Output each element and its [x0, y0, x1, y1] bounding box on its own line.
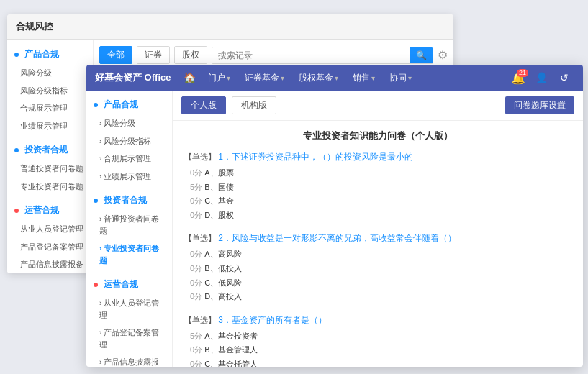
arrow-staff: › [99, 299, 101, 307]
front-sidebar-product-register[interactable]: › 产品登记备案管理 [86, 324, 172, 353]
settings-icon[interactable]: ⚙ [438, 48, 448, 62]
nav-portal[interactable]: 门户 ▾ [202, 65, 236, 91]
back-window-header: 合规风控 [7, 14, 453, 40]
equity-chevron: ▾ [335, 74, 338, 82]
sidebar-item-pro-investor[interactable]: 专业投资者问卷题 [7, 178, 93, 196]
sidebar-title-product[interactable]: 产品合规 [7, 45, 93, 64]
front-toolbar: 个人版 机构版 问卷题库设置 [173, 91, 583, 121]
question-1: 【单选】 1．下述证券投资品种中，（）的投资风险是最小的 0分 A、股票 5分 … [184, 151, 571, 222]
front-sidebar-pro-investor[interactable]: › 专业投资者问卷题 [86, 240, 172, 269]
sidebar-item-product-disclosure[interactable]: 产品信息披露报备 [7, 255, 93, 273]
back-window-title: 合规风控 [16, 20, 53, 33]
investor-icon [14, 148, 19, 152]
user-icon[interactable]: 👤 [531, 68, 551, 88]
front-sidebar-compliance-show[interactable]: › 合规展示管理 [86, 150, 172, 168]
back-toolbar: 全部 证券 股权 🔍 ⚙ [99, 46, 448, 64]
arrow-risk-idx: › [99, 137, 101, 145]
arrow-prod-disc: › [99, 358, 101, 366]
sidebar-item-compliance-show[interactable]: 合规展示管理 [7, 99, 93, 117]
refresh-icon[interactable]: ↺ [554, 68, 574, 88]
sidebar-item-product-register[interactable]: 产品登记备案管理 [7, 238, 93, 256]
question-3: 【单选】 3．基金资产的所有者是（） 5分 A、基金投资者 0分 B、基金管理人… [184, 314, 571, 367]
sidebar-title-investor[interactable]: 投资者合规 [7, 140, 93, 160]
q1-opt-b: 5分 B、国债 [184, 181, 571, 195]
front-sidebar-title-product[interactable]: 产品合规 [86, 95, 172, 114]
q2-opt-b: 0分 B、低投入 [184, 262, 571, 276]
front-content: 专业投资者知识能力问卷（个人版） 【单选】 1．下述证券投资品种中，（）的投资风… [173, 121, 583, 367]
front-sidebar-general-investor[interactable]: › 普通投资者问卷题 [86, 210, 172, 240]
front-sidebar-staff-mgmt[interactable]: › 从业人员登记管理 [86, 294, 172, 324]
sidebar-item-staff-mgmt[interactable]: 从业人员登记管理 [7, 220, 93, 238]
product-icon [14, 53, 19, 57]
front-sidebar-title-operation[interactable]: 运营合规 [86, 275, 172, 294]
portal-chevron: ▾ [227, 74, 230, 82]
q1-opt-d: 0分 D、股权 [184, 209, 571, 223]
sidebar-section-operation: 运营合规 从业人员登记管理 产品登记备案管理 产品信息披露报备 [7, 196, 93, 273]
front-sidebar-perf-show[interactable]: › 业绩展示管理 [86, 168, 172, 186]
front-layout: 产品合规 › 风险分级 › 风险分级指标 › 合规展示管理 › 业绩展示管理 [86, 91, 583, 367]
q3-opt-c: 0分 C、基金托管人 [184, 357, 571, 367]
tab-all[interactable]: 全部 [99, 46, 132, 64]
front-investor-dot [94, 199, 98, 203]
nav-equity[interactable]: 股权基金 ▾ [293, 65, 344, 91]
notification-badge[interactable]: 🔔 21 [508, 68, 528, 88]
front-sidebar-risk[interactable]: › 风险分级 [86, 114, 172, 132]
sidebar-item-general-investor[interactable]: 普通投资者问卷题 [7, 160, 93, 178]
q2-opt-d: 0分 D、高投入 [184, 290, 571, 304]
securities-chevron: ▾ [281, 74, 284, 82]
arrow-comp: › [99, 155, 101, 163]
question-3-stem[interactable]: 【单选】 3．基金资产的所有者是（） [184, 314, 571, 327]
sidebar-item-perf-show[interactable]: 业绩展示管理 [7, 117, 93, 135]
front-operation-dot [94, 283, 98, 287]
arrow-gen-inv: › [99, 215, 101, 223]
front-sidebar-section-product: 产品合规 › 风险分级 › 风险分级指标 › 合规展示管理 › 业绩展示管理 [86, 91, 172, 186]
org-config-button[interactable]: 问卷题库设置 [505, 96, 574, 114]
q1-opt-a: 0分 A、股票 [184, 166, 571, 181]
question-1-stem[interactable]: 【单选】 1．下述证券投资品种中，（）的投资风险是最小的 [184, 151, 571, 163]
badge-count: 21 [517, 69, 528, 77]
sidebar-section-investor: 投资者合规 普通投资者问卷题 专业投资者问卷题 [7, 136, 93, 196]
question-2: 【单选】 2．风险与收益是一对形影不离的兄弟，高收益常会伴随着（） 0分 A、高… [184, 232, 571, 304]
question-2-stem[interactable]: 【单选】 2．风险与收益是一对形影不离的兄弟，高收益常会伴随着（） [184, 232, 571, 245]
arrow-perf: › [99, 173, 101, 181]
tab-personal[interactable]: 个人版 [181, 96, 226, 114]
arrow-pro-inv: › [99, 245, 101, 252]
arrow-risk: › [99, 119, 101, 127]
nav-sales[interactable]: 销售 ▾ [347, 65, 381, 91]
q1-type: 【单选】 [184, 152, 216, 161]
search-button[interactable]: 🔍 [410, 47, 433, 63]
front-main: 个人版 机构版 问卷题库设置 专业投资者知识能力问卷（个人版） 【单选】 1．下… [173, 91, 583, 367]
nav-logo: 好基会资产 Office [95, 71, 171, 84]
tab-institutional[interactable]: 机构版 [232, 96, 276, 114]
operation-icon [14, 209, 19, 213]
sales-chevron: ▾ [371, 74, 375, 82]
sidebar-item-risk-index[interactable]: 风险分级指标 [7, 82, 93, 100]
collab-chevron: ▾ [408, 74, 412, 82]
sidebar-item-risk-level[interactable]: 风险分级 [7, 64, 93, 82]
q3-type: 【单选】 [184, 316, 216, 324]
home-icon[interactable]: 🏠 [179, 68, 199, 88]
nav-collab[interactable]: 协同 ▾ [384, 65, 417, 91]
front-sidebar-risk-index[interactable]: › 风险分级指标 [86, 132, 172, 150]
search-input[interactable] [212, 48, 410, 63]
q2-opt-c: 0分 C、低风险 [184, 276, 571, 291]
questionnaire-title: 专业投资者知识能力问卷（个人版） [184, 129, 571, 142]
front-sidebar-section-operation: 运营合规 › 从业人员登记管理 › 产品登记备案管理 › 产品信息披露报备 [86, 270, 172, 367]
search-box: 🔍 [212, 47, 433, 64]
back-sidebar: 产品合规 风险分级 风险分级指标 合规展示管理 业绩展示管理 投资者合规 普通投… [7, 40, 94, 273]
q1-opt-c: 0分 C、基金 [184, 194, 571, 209]
front-product-dot [94, 103, 98, 107]
sidebar-title-operation[interactable]: 运营合规 [7, 201, 93, 220]
q2-type: 【单选】 [184, 234, 216, 242]
nav-bar: 好基会资产 Office 🏠 门户 ▾ 证券基金 ▾ 股权基金 ▾ 销售 ▾ 协… [86, 65, 583, 91]
arrow-prod-reg: › [99, 329, 101, 337]
nav-securities[interactable]: 证券基金 ▾ [239, 65, 290, 91]
tab-equity[interactable]: 股权 [174, 46, 207, 64]
front-sidebar-product-disclosure[interactable]: › 产品信息披露报备 [86, 353, 172, 367]
front-sidebar-title-investor[interactable]: 投资者合规 [86, 191, 172, 210]
front-window: 好基会资产 Office 🏠 门户 ▾ 证券基金 ▾ 股权基金 ▾ 销售 ▾ 协… [86, 65, 583, 367]
tab-securities[interactable]: 证券 [137, 46, 170, 64]
q2-opt-a: 0分 A、高风险 [184, 247, 571, 262]
front-sidebar-section-investor: 投资者合规 › 普通投资者问卷题 › 专业投资者问卷题 [86, 186, 172, 270]
front-sidebar: 产品合规 › 风险分级 › 风险分级指标 › 合规展示管理 › 业绩展示管理 [86, 91, 173, 367]
